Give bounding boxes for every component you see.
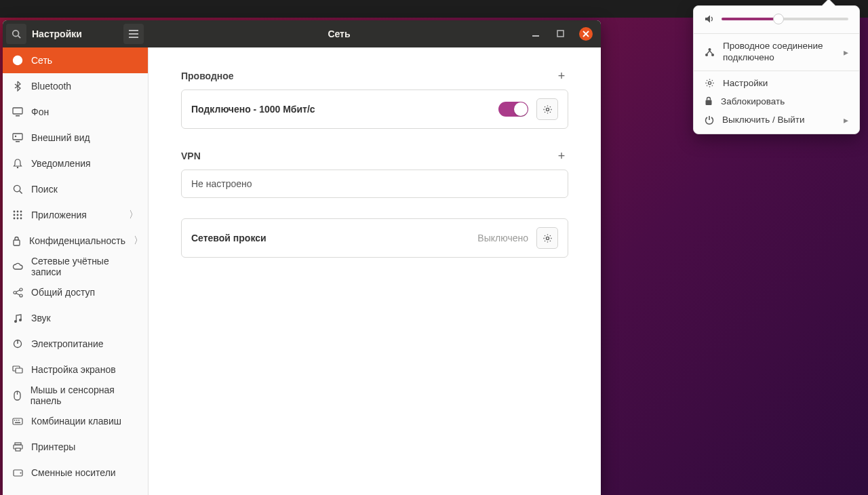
svg-point-18 [14,185,20,191]
svg-rect-46 [18,420,20,421]
sidebar-item-sharing[interactable]: Общий доступ [3,279,148,305]
wired-card: Подключено - 1000 Мбит/с [181,90,568,129]
menu-power[interactable]: Выключить / Выйти ▸ [694,111,859,130]
svg-point-31 [20,288,22,291]
music-icon [12,313,23,323]
sidebar-item-label: Электропитание [31,338,104,349]
add-vpn-button[interactable]: + [555,149,568,163]
sidebar-item-label: Фон [31,106,49,117]
chevron-right-icon: ▸ [844,47,848,58]
share-icon [12,287,23,298]
menu-button[interactable] [123,24,144,44]
volume-row [694,10,859,31]
bell-icon [12,158,23,169]
menu-wired[interactable]: Проводное соединение подключено ▸ [694,37,859,68]
svg-rect-6 [557,31,564,37]
sidebar-item-label: Сеть [31,55,52,66]
proxy-title: Сетевой прокси [191,233,469,243]
svg-point-24 [17,214,19,216]
sidebar-item-bluetooth[interactable]: Bluetooth [3,73,148,99]
sidebar-item-network[interactable]: Сеть [3,47,148,73]
search-icon [12,184,23,195]
sidebar-item-background[interactable]: Фон [3,99,148,125]
svg-rect-13 [16,115,20,117]
volume-slider[interactable] [722,18,848,20]
add-wired-button[interactable]: + [555,69,568,83]
mouse-icon [12,390,22,401]
chevron-right-icon: ▸ [844,115,848,125]
titlebar: Настройки Сеть [3,20,601,47]
wired-settings-button[interactable] [536,98,558,120]
sidebar-item-privacy[interactable]: Конфиденциальность 〉 [3,228,148,254]
sidebar-item-appearance[interactable]: Внешний вид [3,125,148,151]
page-title: Сеть [148,28,530,39]
svg-point-15 [15,136,16,137]
minimize-button[interactable] [530,28,542,40]
search-button[interactable] [6,24,26,44]
cloud-icon [12,261,23,272]
svg-point-21 [17,211,19,213]
separator [694,71,859,71]
gear-icon [705,78,715,88]
svg-point-32 [20,294,22,297]
gear-icon [542,104,553,115]
search-icon [11,28,22,39]
content-pane: Проводное + Подключено - 1000 Мбит/с VPN… [149,47,601,495]
monitor-icon [12,106,23,117]
sidebar-item-label: Принтеры [31,441,75,452]
sidebar-item-label: Bluetooth [31,81,71,92]
svg-rect-29 [14,240,20,245]
keyboard-icon [12,416,23,427]
menu-lock-label: Заблокировать [721,96,785,106]
menu-lock[interactable]: Заблокировать [694,92,859,111]
sidebar-item-notifications[interactable]: Уведомления [3,151,148,176]
svg-point-28 [20,218,22,220]
maximize-button[interactable] [555,28,567,40]
sidebar-item-label: Настройка экранов [31,364,116,375]
svg-rect-43 [13,418,22,424]
menu-wired-line1: Проводное соединение [723,41,823,52]
svg-rect-2 [129,30,138,31]
svg-line-58 [707,51,710,54]
proxy-status: Выключено [477,233,528,243]
sidebar-item-displays[interactable]: Настройка экранов [3,357,148,382]
system-menu: Проводное соединение подключено ▸ Настро… [693,5,860,134]
svg-line-34 [16,293,19,295]
sidebar-item-online-accounts[interactable]: Сетевые учётные записи [3,254,148,279]
svg-line-59 [710,51,713,54]
hamburger-icon [128,28,139,39]
sidebar-item-label: Поиск [31,184,58,195]
proxy-settings-button[interactable] [536,227,558,249]
sidebar-item-applications[interactable]: Приложения 〉 [3,202,148,228]
close-button[interactable] [579,27,593,41]
svg-rect-40 [16,368,22,373]
wired-toggle[interactable] [498,102,528,117]
sidebar-item-label: Внешний вид [31,132,90,143]
sidebar-item-removable-media[interactable]: Сменные носители [3,460,148,486]
power-icon [705,115,714,125]
drive-icon [12,467,23,478]
sidebar-item-printers[interactable]: Принтеры [3,434,148,460]
svg-point-20 [14,211,16,213]
sidebar-item-label: Уведомления [31,158,91,169]
separator [694,33,859,34]
app-title: Настройки [32,28,123,39]
sidebar-item-power[interactable]: Электропитание [3,331,148,357]
sidebar-item-search[interactable]: Поиск [3,176,148,202]
sidebar-item-mouse[interactable]: Мышь и сенсорная панель [3,382,148,408]
settings-window: Настройки Сеть Сеть [3,20,601,495]
svg-line-19 [19,191,22,193]
sidebar-item-keyboard[interactable]: Комбинации клавиш [3,408,148,434]
menu-settings-label: Настройки [723,78,768,88]
sidebar-item-sound[interactable]: Звук [3,305,148,331]
gear-icon [542,233,553,243]
vpn-title: VPN [181,151,201,161]
svg-point-52 [20,472,21,473]
svg-point-25 [20,214,22,216]
svg-point-54 [546,237,549,239]
svg-line-33 [16,290,19,292]
menu-settings[interactable]: Настройки [694,74,859,92]
svg-point-30 [14,291,16,294]
svg-point-56 [705,54,708,56]
sidebar-item-label: Сетевые учётные записи [31,256,138,277]
